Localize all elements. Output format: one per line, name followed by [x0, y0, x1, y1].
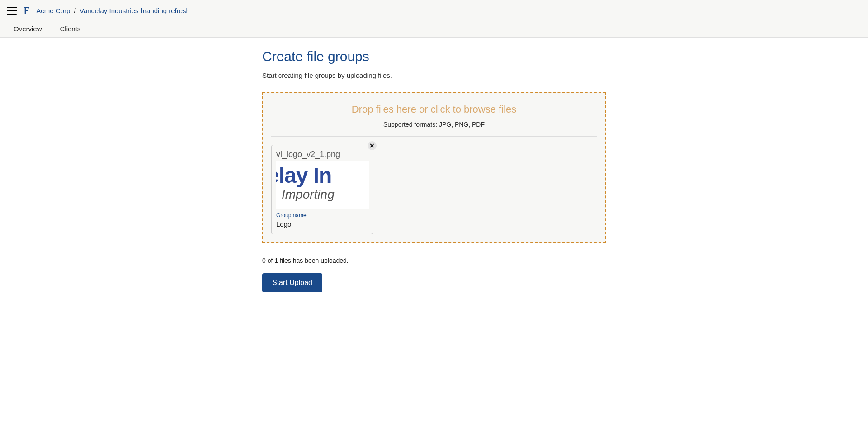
start-upload-button[interactable]: Start Upload	[262, 273, 322, 292]
thumb-text-2: Importing	[282, 187, 335, 202]
breadcrumb: Acme Corp / Vandelay Industries branding…	[36, 7, 190, 14]
breadcrumb-org[interactable]: Acme Corp	[36, 7, 70, 14]
file-name: vi_logo_v2_1.png	[276, 150, 368, 159]
menu-icon[interactable]	[7, 7, 17, 15]
app-logo: F	[24, 5, 29, 17]
thumb-text-1: elay In	[276, 163, 331, 188]
tab-clients[interactable]: Clients	[60, 25, 81, 33]
dropzone-formats: Supported formats: JPG, PNG, PDF	[271, 121, 597, 128]
tab-overview[interactable]: Overview	[14, 25, 42, 33]
dropzone-heading: Drop files here or click to browse files	[271, 104, 597, 115]
file-dropzone[interactable]: Drop files here or click to browse files…	[262, 92, 606, 243]
file-card: ✕ vi_logo_v2_1.png elay In Importing Gro…	[271, 145, 373, 234]
page-subtitle: Start creating file groups by uploading …	[262, 71, 606, 79]
breadcrumb-sep: /	[74, 7, 76, 14]
close-icon: ✕	[369, 142, 375, 149]
file-thumbnail: elay In Importing	[276, 161, 369, 209]
dropzone-divider	[271, 136, 597, 137]
breadcrumb-project[interactable]: Vandelay Industries branding refresh	[80, 7, 190, 14]
page-title: Create file groups	[262, 49, 606, 64]
remove-file-button[interactable]: ✕	[368, 141, 377, 150]
group-name-input[interactable]	[276, 219, 368, 229]
group-name-label: Group name	[276, 212, 368, 219]
upload-status: 0 of 1 files has been uploaded.	[262, 257, 606, 264]
